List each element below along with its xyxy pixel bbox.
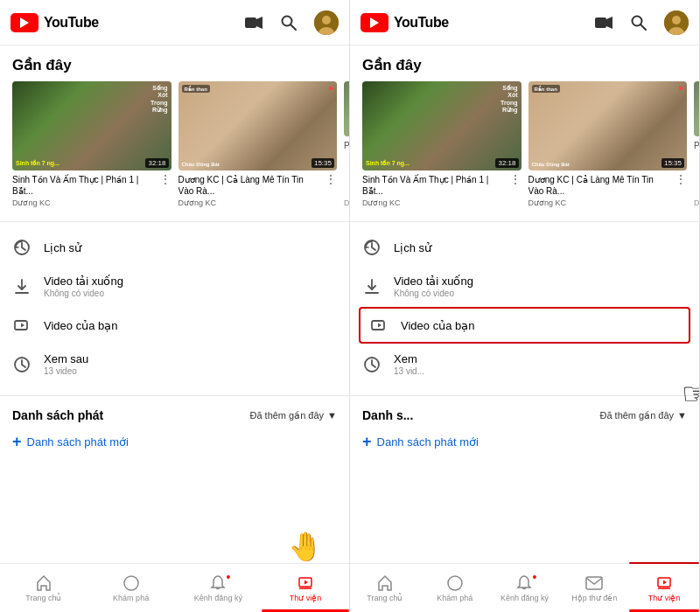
content-left: Gần đây SốngXótTrongRừng Sinh tồn 7 ng..…: [0, 45, 349, 563]
svg-marker-35: [663, 581, 667, 585]
camera-icon-left[interactable]: [244, 13, 263, 32]
recent-title-left: Gần đây: [0, 45, 349, 81]
video-channel-3-left: Dươ...: [344, 198, 349, 207]
video-info-1-left: Sinh Tồn Và Ẩm Thực | Phần 1 | Bắt... ⋮: [12, 174, 172, 197]
svg-rect-33: [586, 577, 602, 589]
nav-library-left[interactable]: Thư viện 🤚: [262, 564, 349, 612]
watchlater-item-right[interactable]: Xem 13 vid... ☞: [350, 344, 699, 385]
app-title-right: YouTube: [394, 15, 449, 31]
divider-2-left: [0, 395, 349, 396]
download-item-right[interactable]: Video tải xuống Không có video: [350, 266, 699, 307]
download-content-left: Video tải xuống Không có video: [44, 275, 337, 298]
nav-home-right[interactable]: Trang chủ: [350, 564, 420, 612]
avatar-right[interactable]: [664, 10, 689, 35]
myvideo-item-right[interactable]: Video của bạn: [359, 307, 690, 344]
watchlater-item-left[interactable]: Xem sau 13 video: [0, 344, 349, 385]
nav-explore-left[interactable]: Khám phá: [88, 564, 175, 612]
thumb-badge-2-left: Rần than: [182, 85, 210, 93]
duration-1-right: 32:18: [495, 158, 518, 168]
thumb-text-2-left: ▶: [329, 85, 333, 92]
thumb-badge-2-right: Rần than: [532, 85, 560, 93]
nav-subscriptions-right[interactable]: Kênh đăng ký: [490, 564, 560, 612]
nav-explore-label-left: Khám phá: [113, 594, 149, 602]
video-menu-2-left[interactable]: ⋮: [325, 173, 337, 185]
playlist-filter-label-left: Đã thêm gần đây: [249, 410, 324, 421]
watchlater-icon-right: [362, 355, 382, 374]
video-card-1-right[interactable]: SốngXótTrongRừng Sinh tồn 7 ng... 32:18 …: [362, 81, 522, 207]
filter-chevron-left: ▼: [327, 410, 337, 421]
thumb-bottom-2-right: Châu Dũng Bát: [532, 162, 570, 167]
add-playlist-right[interactable]: + Danh sách phát mới: [350, 428, 699, 463]
camera-icon-right[interactable]: [594, 13, 613, 32]
history-item-right[interactable]: Lịch sử: [350, 229, 699, 266]
svg-marker-29: [378, 323, 382, 328]
myvideo-item-left[interactable]: Video của bạn: [0, 307, 349, 344]
thumb-text-1-left: SốngXótTrongRừng: [150, 85, 167, 115]
watchlater-label-right: Xem: [394, 352, 687, 365]
video-channel-1-left: Dương KC: [12, 198, 172, 207]
video-thumb-3-left: [344, 81, 349, 136]
avatar-left[interactable]: [314, 10, 339, 35]
video-channel-1-right: Dương KC: [362, 198, 522, 207]
video-card-1-left[interactable]: SốngXótTrongRừng Sinh tồn 7 ng... 32:18 …: [12, 81, 172, 207]
search-icon-left[interactable]: [279, 13, 298, 32]
download-content-right: Video tải xuống Không có video: [394, 275, 687, 298]
svg-line-3: [290, 24, 296, 30]
download-sublabel-left: Không có video: [44, 289, 337, 298]
video-info-2-right: Dương KC | Cả Làng Mê Tín Tin Vào Rà... …: [528, 174, 688, 197]
thumb-bottom-1-right: Sinh tồn 7 ng...: [366, 160, 410, 167]
add-icon-right: +: [362, 433, 372, 451]
video-card-3-left[interactable]: Phần... Dươ...: [344, 81, 349, 207]
watchlater-sublabel-left: 13 video: [44, 366, 337, 376]
video-thumb-3-right: [694, 81, 699, 136]
download-label-left: Video tải xuống: [44, 275, 337, 288]
svg-marker-19: [606, 17, 612, 29]
logo-area-right: YouTube: [360, 13, 594, 32]
video-menu-1-right[interactable]: ⋮: [509, 173, 522, 185]
add-playlist-left[interactable]: + Danh sách phát mới: [0, 428, 349, 463]
video-card-2-left[interactable]: Rần than ▶ Châu Dũng Bát 15:35 Dương KC …: [178, 81, 338, 207]
recent-title-right: Gần đây: [350, 45, 699, 81]
video-title-2-right: Dương KC | Cả Làng Mê Tín Tin Vào Rà...: [528, 174, 672, 197]
header-icons-left: [244, 10, 339, 35]
nav-library-right[interactable]: Thư viện: [629, 564, 699, 612]
home-icon-left: [35, 574, 52, 592]
nav-inbox-right[interactable]: Hộp thư đến: [559, 564, 629, 612]
video-card-2-right[interactable]: Rần than ▶ Châu Dũng Bát 15:35 Dương KC …: [528, 81, 688, 207]
nav-subscriptions-left[interactable]: Kênh đăng ký: [175, 564, 262, 612]
bottom-nav-left: Trang chủ Khám phá Kênh đăng ký: [0, 563, 349, 612]
svg-marker-14: [129, 581, 134, 586]
header-left: YouTube: [0, 0, 349, 45]
video-card-3-right[interactable]: Phần... Dươ...: [694, 81, 699, 207]
home-icon-right: [376, 574, 394, 592]
content-right: Gần đây SốngXótTrongRừng Sinh tồn 7 ng..…: [350, 45, 699, 563]
video-menu-1-left[interactable]: ⋮: [159, 173, 172, 185]
bell-icon-right: [515, 574, 533, 592]
myvideo-content-left: Video của bạn: [44, 319, 337, 332]
add-label-left: Danh sách phát mới: [27, 435, 129, 449]
download-sublabel-right: Không có video: [394, 289, 687, 298]
playlist-filter-right[interactable]: Đã thêm gần đây ▼: [599, 410, 687, 421]
svg-marker-16: [304, 581, 308, 585]
video-title-1-left: Sinh Tồn Và Ẩm Thực | Phần 1 | Bắt...: [12, 174, 156, 197]
myvideo-icon-left: [12, 316, 32, 335]
nav-explore-right[interactable]: Khám phá: [420, 564, 490, 612]
history-item-left[interactable]: Lịch sử: [0, 229, 349, 266]
mail-icon-right: [585, 574, 603, 592]
youtube-logo-icon-right: [360, 13, 388, 32]
video-channel-2-right: Dương KC: [528, 198, 688, 207]
playlist-filter-left[interactable]: Đã thêm gần đây ▼: [249, 410, 337, 421]
watchlater-label-left: Xem sau: [44, 352, 337, 365]
duration-2-left: 15:35: [312, 158, 334, 168]
svg-point-23: [672, 16, 681, 24]
watchlater-count-right: 13 vid...: [394, 366, 687, 376]
playlist-header-left: Danh sách phát Đã thêm gần đây ▼: [0, 400, 349, 428]
search-icon-right[interactable]: [629, 13, 648, 32]
nav-library-label-right: Thư viện: [648, 594, 681, 602]
video-menu-2-right[interactable]: ⋮: [675, 173, 687, 185]
download-item-left[interactable]: Video tải xuống Không có video: [0, 266, 349, 307]
compass-icon-left: [122, 574, 140, 592]
nav-home-left[interactable]: Trang chủ: [0, 564, 88, 612]
svg-rect-18: [595, 17, 606, 28]
myvideo-label-left: Video của bạn: [44, 319, 337, 332]
